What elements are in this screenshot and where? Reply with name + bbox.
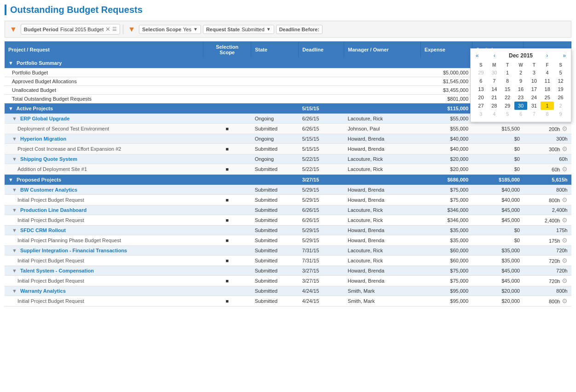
cal-day[interactable]: 30 [514, 102, 528, 110]
expand-icon[interactable]: ▼ [8, 60, 13, 66]
cal-day[interactable]: 28 [488, 102, 501, 110]
cal-day[interactable]: 1 [541, 102, 554, 110]
cal-day[interactable]: 19 [554, 85, 567, 93]
cal-nav-next-next[interactable]: » [561, 52, 567, 59]
sub-selection[interactable]: ■ [203, 256, 251, 266]
project-expand[interactable]: ▼ [12, 116, 17, 121]
sub-selection[interactable]: ■ [203, 215, 251, 226]
sub-selection[interactable]: ■ [203, 164, 251, 175]
cal-day-header: T [501, 62, 514, 68]
cal-day[interactable]: 8 [501, 77, 514, 85]
cal-day[interactable]: 5 [554, 68, 567, 77]
sub-selection[interactable]: ■ [203, 124, 251, 134]
gear-icon[interactable]: ⚙ [562, 297, 568, 305]
cal-day[interactable]: 4 [541, 68, 554, 77]
project-manager: Howard, Brenda [344, 185, 420, 195]
project-expand[interactable]: ▼ [12, 207, 17, 213]
cal-day[interactable]: 12 [554, 77, 567, 85]
cal-day[interactable]: 15 [501, 85, 514, 93]
cal-day[interactable]: 30 [488, 68, 501, 77]
cal-day[interactable]: 29 [501, 102, 514, 110]
cal-day[interactable]: 9 [554, 110, 567, 118]
budget-period-remove[interactable]: ✕ [105, 26, 110, 33]
request-state-filter[interactable]: Request State Submitted ▼ [203, 25, 274, 34]
gear-icon[interactable]: ⚙ [562, 237, 568, 244]
cal-day[interactable]: 6 [474, 77, 488, 85]
sub-selection[interactable]: ■ [203, 276, 251, 286]
project-link[interactable]: BW Customer Analytics [20, 187, 77, 193]
budget-period-menu[interactable]: ☰ [112, 26, 117, 32]
selection-scope-filter[interactable]: Selection Scope Yes ▼ [139, 25, 201, 34]
sub-selection[interactable]: ■ [203, 195, 251, 205]
project-expand[interactable]: ▼ [12, 136, 17, 142]
cal-day[interactable]: 23 [514, 93, 528, 102]
cal-day[interactable]: 8 [541, 110, 554, 118]
cal-day[interactable]: 21 [488, 93, 501, 102]
project-link[interactable]: Shipping Quote System [20, 156, 77, 162]
gear-icon[interactable]: ⚙ [562, 277, 568, 284]
cal-day[interactable]: 25 [541, 93, 554, 102]
cal-nav-next[interactable]: › [545, 52, 549, 59]
cal-day[interactable]: 6 [514, 110, 528, 118]
project-expand[interactable]: ▼ [12, 288, 17, 294]
cal-day[interactable]: 3 [527, 68, 541, 77]
project-expand[interactable]: ▼ [12, 248, 17, 253]
cal-day[interactable]: 2 [514, 68, 528, 77]
project-expand[interactable]: ▼ [12, 268, 17, 273]
cal-day[interactable]: 7 [488, 77, 501, 85]
expand-icon[interactable]: ▼ [8, 177, 13, 182]
cal-day[interactable]: 13 [474, 85, 488, 93]
cal-day[interactable]: 24 [527, 93, 541, 102]
cal-day[interactable]: 5 [501, 110, 514, 118]
project-capital: $20,000 [472, 286, 524, 296]
expand-icon[interactable]: ▼ [8, 106, 13, 111]
sub-selection[interactable]: ■ [203, 235, 251, 246]
cal-day[interactable]: 2 [554, 102, 567, 110]
project-link[interactable]: Talent System - Compensation [20, 268, 94, 273]
selection-scope-arrow[interactable]: ▼ [193, 27, 198, 32]
gear-icon[interactable]: ⚙ [562, 125, 568, 132]
cal-day[interactable]: 3 [474, 110, 488, 118]
project-expand[interactable]: ▼ [12, 227, 17, 233]
budget-period-filter[interactable]: Budget Period Fiscal 2015 Budget ✕ ☰ [21, 24, 120, 34]
cal-nav-prev-prev[interactable]: « [474, 52, 480, 59]
cal-day[interactable]: 20 [474, 93, 488, 102]
cal-day[interactable]: 1 [501, 68, 514, 77]
cal-day[interactable]: 26 [554, 93, 567, 102]
gear-icon[interactable]: ⚙ [562, 165, 568, 173]
filter-icon-2[interactable]: ▼ [126, 24, 137, 34]
cal-nav-prev[interactable]: ‹ [492, 52, 497, 59]
project-expand[interactable]: ▼ [12, 187, 17, 193]
cal-day[interactable]: 10 [527, 77, 541, 85]
cal-day[interactable]: 31 [527, 102, 541, 110]
project-extra: 2,400h [524, 205, 571, 215]
project-link[interactable]: Hyperion Migration [20, 136, 66, 142]
cal-day[interactable]: 17 [527, 85, 541, 93]
request-state-arrow[interactable]: ▼ [266, 27, 271, 32]
cal-day[interactable]: 22 [501, 93, 514, 102]
project-expand[interactable]: ▼ [12, 156, 17, 162]
sub-selection[interactable]: ■ [203, 144, 251, 154]
cal-day[interactable]: 7 [527, 110, 541, 118]
cal-day[interactable]: 29 [474, 68, 488, 77]
cal-day[interactable]: 9 [514, 77, 528, 85]
project-link[interactable]: Supplier Integration - Financial Transac… [20, 248, 127, 253]
cal-day[interactable]: 4 [488, 110, 501, 118]
project-link[interactable]: Warranty Analytics [20, 288, 66, 294]
cal-day[interactable]: 27 [474, 102, 488, 110]
gear-icon[interactable]: ⚙ [562, 145, 568, 153]
cal-day[interactable]: 11 [541, 77, 554, 85]
cal-day[interactable]: 14 [488, 85, 501, 93]
gear-icon[interactable]: ⚙ [562, 257, 568, 264]
gear-icon[interactable]: ⚙ [562, 196, 568, 204]
project-link[interactable]: ERP Global Upgrade [20, 116, 69, 121]
project-link[interactable]: SFDC CRM Rollout [20, 227, 66, 233]
gear-icon[interactable]: ⚙ [562, 216, 568, 224]
sub-selection[interactable]: ■ [203, 296, 251, 307]
cal-day[interactable]: 16 [514, 85, 528, 93]
filter-icon-1[interactable]: ▼ [8, 24, 19, 34]
sub-capital: $0 [472, 144, 524, 154]
project-link[interactable]: Production Line Dashboard [20, 207, 86, 213]
cal-day[interactable]: 18 [541, 85, 554, 93]
section-header[interactable]: ▼ Proposed Projects 3/27/15 $686,000 $18… [5, 175, 571, 185]
